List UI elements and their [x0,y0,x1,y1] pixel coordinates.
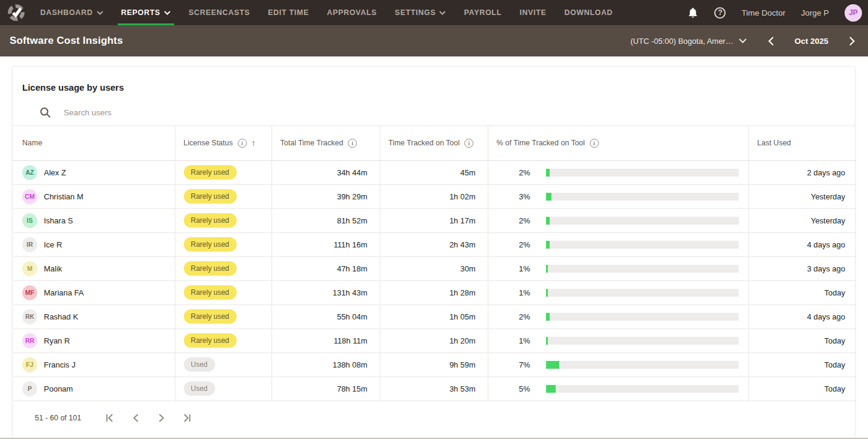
table-row: RK Rashad K Rarely used 55h 04m 1h 05m 2… [13,304,856,328]
percent-value: 2% [497,312,530,321]
last-used-value: Today [748,328,856,353]
prev-page-button[interactable] [123,409,148,427]
bell-icon[interactable] [687,7,699,19]
percent-value: 1% [497,288,530,297]
info-icon[interactable]: i [238,139,247,148]
tool-time-value: 1h 17m [380,208,488,232]
info-icon[interactable]: i [348,139,357,148]
usage-bar-track [546,337,739,345]
user-name: Rashad K [44,312,78,321]
user-avatar-initials: RR [22,333,37,348]
usage-bar-track [546,313,739,321]
user-avatar-initials: MF [22,285,37,300]
user-name: Mariana FA [44,288,83,297]
user-avatar-initials: CM [22,189,37,204]
usage-bar-fill [546,265,548,273]
tool-time-value: 1h 05m [380,304,488,328]
nav-item-edit-time[interactable]: EDIT TIME [259,0,318,25]
month-navigator: Oct 2025 [761,31,862,51]
column-header-tool-time[interactable]: Time Tracked on Tool i [380,126,488,160]
search-icon [40,107,51,118]
total-time-value: 39h 29m [272,184,380,208]
next-page-button[interactable] [148,409,174,427]
usage-bar-fill [546,313,550,321]
chevron-down-icon [739,38,747,43]
user-name: Alex Z [44,168,66,177]
column-header-percent[interactable]: % of Time Tracked on Tool i [488,126,748,160]
user-avatar-initials: IS [22,213,37,228]
tool-time-value: 45m [380,160,488,184]
license-status-badge: Rarely used [184,237,237,252]
nav-item-settings[interactable]: SETTINGS [386,0,455,25]
nav-item-dashboard[interactable]: DASHBOARD [31,0,112,25]
first-page-button[interactable] [97,409,123,427]
user-avatar[interactable]: JP [845,4,862,22]
user-avatar-initials: RK [22,309,37,324]
usage-bar-fill [546,337,548,345]
usage-bar-fill [546,361,559,369]
user-avatar-initials: FJ [22,357,37,372]
percent-value: 7% [497,360,530,369]
prev-month-button[interactable] [761,31,782,51]
nav-item-reports[interactable]: REPORTS [112,0,180,25]
user-name: Malik [44,264,62,273]
nav-item-payroll[interactable]: PAYROLL [455,0,511,25]
column-header-total-time[interactable]: Total Time Tracked i [272,126,380,160]
total-time-value: 47h 18m [272,256,380,280]
nav-item-download[interactable]: DOWNLOAD [556,0,622,25]
next-month-button[interactable] [842,31,862,51]
tool-time-value: 30m [380,256,488,280]
column-header-last-used[interactable]: Last Used [748,126,856,160]
percent-value: 2% [497,168,530,177]
usage-bar-track [546,385,739,393]
user-name: Christian M [44,192,83,201]
last-used-value: Today [748,377,856,401]
chevron-down-icon [97,11,103,15]
product-name[interactable]: Time Doctor [741,8,785,17]
nav-item-invite[interactable]: INVITE [511,0,555,25]
usage-bar-track [546,361,739,369]
month-label: Oct 2025 [795,37,828,46]
total-time-value: 118h 11m [272,328,380,353]
info-icon[interactable]: i [590,139,599,148]
license-status-badge: Rarely used [184,213,237,228]
table-row: P Poonam Used 78h 15m 3h 53m 5% Today [13,377,856,401]
main-menu: DASHBOARDREPORTSSCREENCASTSEDIT TIMEAPPR… [31,0,622,25]
nav-item-screencasts[interactable]: SCREENCASTS [180,0,259,25]
table-row: MF Mariana FA Rarely used 131h 43m 1h 28… [13,280,856,304]
chevron-down-icon [164,11,171,15]
time-doctor-logo[interactable] [5,0,31,25]
usage-bar-track [546,217,739,225]
usage-bar-fill [546,241,550,249]
license-status-badge: Used [184,357,215,372]
column-header-license-status[interactable]: License Status i ↑ [175,126,272,160]
user-name-menu[interactable]: Jorge P [801,8,829,17]
license-usage-card: License usage by users Name License Stat… [12,66,855,439]
table-header-row: Name License Status i ↑ Total Time Track… [13,126,856,160]
last-used-value: 4 days ago [748,304,856,328]
total-time-value: 81h 52m [272,208,380,232]
nav-item-approvals[interactable]: APPROVALS [318,0,386,25]
timezone-select[interactable]: (UTC -05:00) Bogota, Amer… [630,37,746,46]
user-avatar-initials: AZ [22,165,37,180]
license-status-badge: Used [184,381,215,396]
last-used-value: Yesterday [748,184,856,208]
last-page-button[interactable] [174,409,200,427]
table-row: RR Ryan R Rarely used 118h 11m 1h 20m 1%… [13,328,856,353]
percent-value: 2% [497,240,530,249]
pagination-range: 51 - 60 of 101 [35,414,81,422]
logo-icon [7,4,25,22]
pager-buttons [97,409,200,427]
info-icon[interactable]: i [464,139,473,148]
report-header: Software Cost Insights (UTC -05:00) Bogo… [0,25,868,56]
table-row: CM Christian M Rarely used 39h 29m 1h 02… [13,184,856,208]
total-time-value: 78h 15m [272,377,380,401]
total-time-value: 55h 04m [272,304,380,328]
card-title: License usage by users [13,67,855,92]
last-used-value: 2 days ago [748,160,856,184]
search-input[interactable] [64,108,845,117]
help-icon[interactable]: ? [714,7,726,19]
usage-bar-track [546,289,739,297]
column-header-name[interactable]: Name [13,126,175,160]
sort-asc-icon[interactable]: ↑ [252,138,256,148]
